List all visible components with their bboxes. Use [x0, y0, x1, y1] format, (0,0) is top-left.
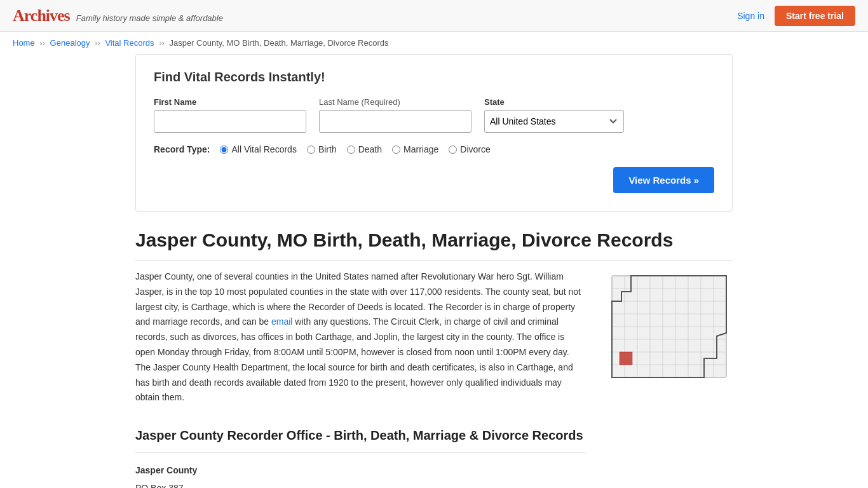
last-name-group: Last Name (Required)	[319, 97, 471, 133]
map-container	[606, 269, 733, 488]
missouri-map	[606, 269, 733, 384]
office-address: PO Box 387 Carthage, MO 64836-0387	[135, 481, 587, 488]
search-box: Find Vital Records Instantly! First Name…	[135, 54, 733, 212]
header-left: Archives Family history made simple & af…	[13, 6, 223, 25]
record-type-row: Record Type: All Vital Records Birth Dea…	[154, 144, 714, 154]
description-paragraph: Jasper County, one of several counties i…	[135, 269, 587, 405]
radio-divorce[interactable]: Divorce	[449, 144, 490, 154]
svg-rect-16	[620, 352, 632, 365]
radio-marriage[interactable]: Marriage	[392, 144, 438, 154]
last-name-input[interactable]	[319, 110, 471, 133]
breadcrumb-genealogy[interactable]: Genealogy	[50, 38, 90, 48]
header-right: Sign in Start free trial	[737, 6, 855, 26]
state-label: State	[484, 97, 624, 107]
content-text: Jasper County, one of several counties i…	[135, 269, 587, 488]
breadcrumb: Home ›› Genealogy ›› Vital Records ›› Ja…	[0, 32, 868, 54]
search-title: Find Vital Records Instantly!	[154, 70, 714, 85]
search-fields: First Name Last Name (Required) State Al…	[154, 97, 714, 133]
radio-death[interactable]: Death	[347, 144, 382, 154]
state-select[interactable]: All United States	[484, 110, 624, 133]
state-group: State All United States	[484, 97, 624, 133]
breadcrumb-current: Jasper County, MO Birth, Death, Marriage…	[169, 38, 388, 48]
breadcrumb-sep-1: ››	[39, 38, 45, 48]
logo-tagline: Family history made simple & affordable	[76, 13, 223, 23]
office-address-line1: PO Box 387	[135, 481, 587, 488]
logo-archives: Archives	[13, 6, 70, 25]
first-name-group: First Name	[154, 97, 306, 133]
radio-birth[interactable]: Birth	[307, 144, 337, 154]
main-content: Find Vital Records Instantly! First Name…	[123, 54, 745, 488]
first-name-input[interactable]	[154, 110, 306, 133]
breadcrumb-sep-3: ››	[159, 38, 165, 48]
description-after: with any questions. The Circuit Clerk, i…	[135, 316, 573, 402]
first-name-label: First Name	[154, 97, 306, 107]
page-title: Jasper County, MO Birth, Death, Marriage…	[135, 229, 733, 261]
last-name-label: Last Name (Required)	[319, 97, 471, 107]
content-area: Jasper County, one of several counties i…	[135, 269, 733, 488]
view-records-button[interactable]: View Records »	[613, 167, 714, 193]
record-type-label: Record Type:	[154, 144, 210, 154]
header: Archives Family history made simple & af…	[0, 0, 868, 32]
recorder-heading: Jasper County Recorder Office - Birth, D…	[135, 424, 587, 453]
breadcrumb-vital-records[interactable]: Vital Records	[105, 38, 154, 48]
radio-all-vital[interactable]: All Vital Records	[220, 144, 296, 154]
office-name: Jasper County	[135, 463, 587, 478]
sign-in-link[interactable]: Sign in	[737, 11, 764, 21]
description-link[interactable]: email	[271, 316, 292, 327]
breadcrumb-home[interactable]: Home	[13, 38, 35, 48]
start-trial-button[interactable]: Start free trial	[775, 6, 855, 26]
breadcrumb-sep-2: ››	[95, 38, 100, 48]
